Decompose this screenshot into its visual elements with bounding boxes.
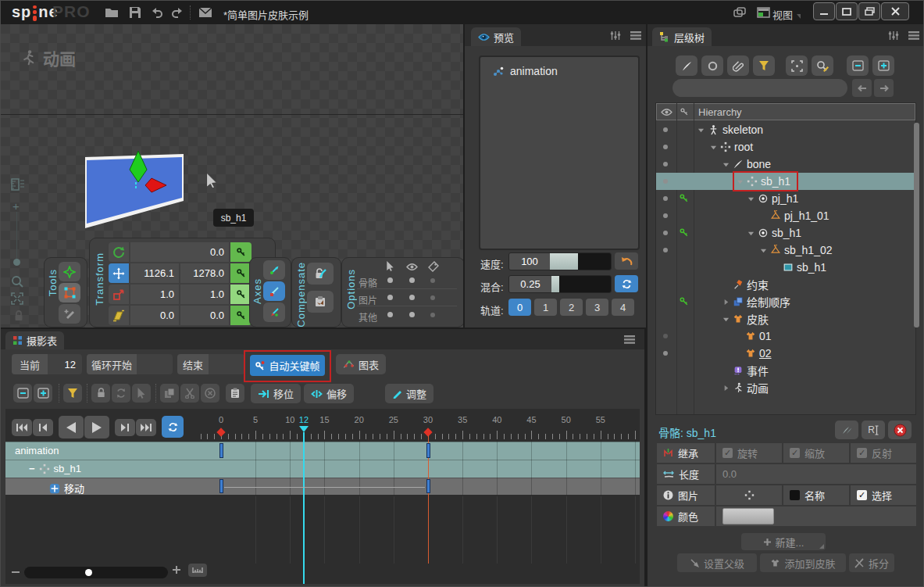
tree-row-皮肤[interactable]: 皮肤: [656, 310, 915, 328]
timeline-filter-button[interactable]: [63, 384, 82, 403]
visibility-dot[interactable]: [663, 162, 668, 166]
zoom-slider-track[interactable]: [16, 212, 17, 259]
offset-keys-button[interactable]: 偏移: [304, 384, 354, 403]
speed-reset-button[interactable]: [615, 252, 638, 270]
collapse-rows-button[interactable]: [13, 384, 32, 403]
tree-row-约束[interactable]: 约束: [656, 276, 915, 293]
tree-row-绘制顺序[interactable]: 绘制顺序: [656, 293, 915, 310]
tree-row-动画[interactable]: 动画: [656, 379, 915, 396]
translate-y-value[interactable]: 1278.0: [180, 263, 229, 283]
translate-x-value[interactable]: 1126.1: [130, 263, 179, 283]
tree-row-sb_h1[interactable]: sb_h1: [656, 224, 915, 242]
compensate-bones-button[interactable]: [307, 263, 334, 285]
next-key-button[interactable]: [115, 419, 135, 436]
scale-y-value[interactable]: 1.0: [180, 285, 229, 304]
ruler-keyframe-diamond-0[interactable]: [216, 428, 225, 436]
tree-row-sb_h1_02[interactable]: sb_h1_02: [656, 242, 915, 259]
translate-icon[interactable]: [109, 263, 129, 283]
length-value[interactable]: 0.0: [716, 464, 916, 484]
expander-open-icon[interactable]: [759, 247, 767, 254]
expander-open-icon[interactable]: [747, 195, 755, 202]
expand-all-button[interactable]: [872, 55, 894, 76]
shear-y-value[interactable]: 0.0: [180, 306, 229, 325]
visibility-dot[interactable]: [663, 179, 668, 184]
tab-preview[interactable]: 预览: [471, 27, 521, 46]
tree-row-root[interactable]: root: [656, 138, 915, 156]
compensate-images-button[interactable]: [307, 291, 334, 313]
expand-rows-button[interactable]: [34, 384, 52, 403]
visibility-dot[interactable]: [663, 231, 668, 235]
timeline-row-移动[interactable]: 移动: [5, 478, 640, 495]
timeline-row-sb_h1[interactable]: −sb_h1: [5, 460, 640, 478]
other-visible-radio[interactable]: [409, 312, 415, 317]
expander-open-icon[interactable]: [697, 127, 705, 134]
inherit-reflect-checkbox[interactable]: ✓反射: [851, 443, 916, 463]
duplicate-bone-button[interactable]: [835, 421, 858, 439]
last-frame-button[interactable]: [136, 419, 156, 436]
scale-icon[interactable]: [109, 285, 129, 304]
undo-icon[interactable]: [149, 5, 165, 20]
first-frame-button[interactable]: [12, 419, 32, 436]
timeline-zoom-handle[interactable]: [85, 569, 92, 576]
tree-row-pj_h1_01[interactable]: pj_h1_01: [656, 207, 915, 224]
images-label-radio[interactable]: [430, 295, 435, 300]
current-frame-value[interactable]: 12: [48, 354, 82, 374]
prev-key-button[interactable]: [33, 419, 53, 436]
tree-row-bone[interactable]: bone: [656, 156, 915, 173]
animate-viewport[interactable]: 动画 + sb_h1 Tools Transf: [1, 24, 463, 328]
play-backward-button[interactable]: [59, 416, 84, 438]
keyed-icon[interactable]: [679, 193, 689, 203]
speed-slider-handle[interactable]: [550, 253, 578, 270]
image-axes-toggle[interactable]: [716, 485, 782, 505]
hierarchy-search-input[interactable]: [672, 79, 847, 97]
bone-color-swatch[interactable]: [722, 508, 774, 524]
set-parent-button[interactable]: 设置父级: [677, 553, 757, 572]
visibility-dot[interactable]: [663, 213, 668, 218]
graph-button[interactable]: 图表: [336, 354, 386, 374]
view-menu[interactable]: 视图: [772, 7, 793, 22]
redo-icon[interactable]: [169, 5, 185, 20]
autokey-button[interactable]: 自动关键帧: [250, 355, 325, 376]
keyframe-0-0[interactable]: [219, 443, 223, 458]
delete-bone-button[interactable]: [888, 421, 912, 439]
delete-keys-button[interactable]: [201, 384, 219, 403]
scale-x-value[interactable]: 1.0: [130, 285, 179, 304]
keyed-icon[interactable]: [679, 227, 689, 238]
search-next-button[interactable]: [874, 79, 894, 97]
show-bones-button[interactable]: [676, 55, 697, 76]
close-button[interactable]: [881, 2, 909, 20]
visibility-dot[interactable]: [663, 196, 668, 201]
preview-animation-list[interactable]: animation: [479, 55, 640, 250]
track-button-4[interactable]: 4: [612, 299, 634, 316]
end-value[interactable]: [209, 354, 244, 374]
keyframe-0-30[interactable]: [426, 443, 430, 458]
axes-local-button[interactable]: [263, 302, 285, 322]
image-select-checkbox[interactable]: ✓选择: [851, 485, 916, 505]
lock-timeline-button[interactable]: [91, 384, 110, 403]
timeline-zoom-in-icon[interactable]: [171, 564, 182, 576]
paste-keys-button[interactable]: [226, 384, 244, 403]
preview-settings-icon[interactable]: [610, 30, 621, 41]
search-edit-button[interactable]: [812, 55, 833, 76]
playhead-triangle[interactable]: [299, 426, 309, 432]
visibility-dot[interactable]: [663, 351, 668, 356]
expander-open-icon[interactable]: [722, 316, 730, 323]
open-folder-icon[interactable]: [104, 5, 120, 20]
timeline[interactable]: animation−sb_h1移动05101520253035404550551…: [5, 409, 640, 584]
keyframe-2-30[interactable]: [426, 479, 430, 493]
copy-keys-button[interactable]: [160, 384, 179, 403]
save-icon[interactable]: [127, 5, 143, 20]
magnifier-icon[interactable]: [10, 274, 24, 288]
rename-bone-button[interactable]: R: [862, 421, 885, 439]
expander-open-icon[interactable]: [722, 161, 730, 168]
visibility-dot[interactable]: [663, 145, 668, 149]
dopesheet-menu-icon[interactable]: [624, 335, 635, 344]
add-to-skin-button[interactable]: 添加到皮肤: [760, 553, 846, 572]
bones-visible-radio[interactable]: [409, 277, 415, 283]
create-tool-button[interactable]: [59, 304, 80, 324]
focus-selection-button[interactable]: [786, 55, 808, 76]
timeline-row-animation[interactable]: animation: [5, 442, 640, 460]
pose-tool-button[interactable]: [59, 262, 80, 281]
key-rotate-button[interactable]: [230, 242, 252, 262]
show-slots-button[interactable]: [701, 55, 723, 76]
